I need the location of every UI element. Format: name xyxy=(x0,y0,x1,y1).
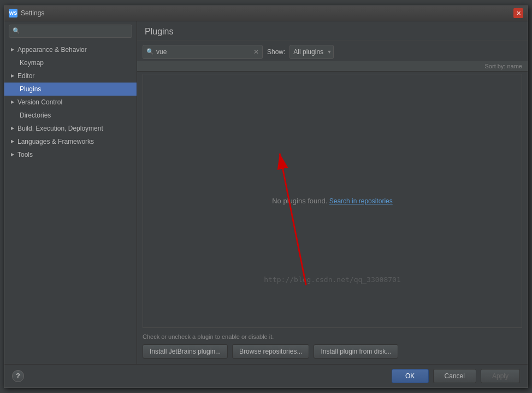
sidebar-search-box[interactable]: 🔍 xyxy=(9,25,132,38)
sidebar: 🔍 ▶ Appearance & Behavior Keymap ▶ Edito… xyxy=(4,21,137,364)
sidebar-item-editor[interactable]: ▶ Editor xyxy=(4,69,137,83)
sidebar-item-label: Editor xyxy=(17,72,34,80)
sidebar-nav: ▶ Appearance & Behavior Keymap ▶ Editor … xyxy=(4,41,137,364)
sidebar-item-keymap[interactable]: Keymap xyxy=(4,56,137,69)
show-dropdown-wrapper: All plugins Enabled Disabled Bundled Cus… xyxy=(289,45,334,59)
sidebar-item-languages[interactable]: ▶ Languages & Frameworks xyxy=(4,135,137,148)
help-button[interactable]: ? xyxy=(12,370,24,382)
search-icon: 🔍 xyxy=(13,27,20,34)
sidebar-item-directories[interactable]: Directories xyxy=(4,109,137,122)
sort-bar: Sort by: name xyxy=(137,61,528,72)
sidebar-item-label: Version Control xyxy=(17,98,62,106)
sidebar-search-input[interactable] xyxy=(22,27,128,35)
sidebar-item-tools[interactable]: ▶ Tools xyxy=(4,148,137,161)
search-in-repositories-link[interactable]: Search in repositories xyxy=(329,197,393,205)
plugin-footer-text: Check or uncheck a plugin to enable or d… xyxy=(137,330,528,342)
expand-arrow-icon: ▶ xyxy=(11,126,14,131)
sidebar-item-label: Appearance & Behavior xyxy=(17,46,87,54)
plugin-footer-buttons: Install JetBrains plugin... Browse repos… xyxy=(137,342,528,364)
sidebar-item-label: Tools xyxy=(17,151,33,159)
settings-dialog: WS Settings ✕ 🔍 ▶ Appearance & Behavior … xyxy=(4,5,528,388)
panel-title: Plugins xyxy=(137,21,528,40)
bottom-bar: ? OK Cancel Apply xyxy=(4,364,528,388)
main-panel: Plugins 🔍 ✕ Show: All plugins Enabled Di… xyxy=(137,21,528,364)
expand-arrow-icon: ▶ xyxy=(11,99,14,104)
expand-arrow-icon: ▶ xyxy=(11,73,14,78)
search-clear-icon[interactable]: ✕ xyxy=(253,48,259,56)
expand-arrow-icon: ▶ xyxy=(11,152,14,157)
plugin-list-area: No plugins found. Search in repositories… xyxy=(143,74,522,328)
expand-arrow-icon: ▶ xyxy=(11,139,14,144)
no-plugins-message: No plugins found. Search in repositories xyxy=(272,197,393,205)
svg-line-1 xyxy=(280,153,306,285)
show-label: Show: xyxy=(267,48,285,56)
no-plugins-text: No plugins found. xyxy=(272,197,327,205)
plugin-toolbar: 🔍 ✕ Show: All plugins Enabled Disabled B… xyxy=(137,40,528,61)
close-button[interactable]: ✕ xyxy=(513,8,523,18)
sidebar-item-label: Build, Execution, Deployment xyxy=(17,125,103,132)
sidebar-item-plugins[interactable]: Plugins xyxy=(4,83,137,96)
sidebar-item-version-control[interactable]: ▶ Version Control xyxy=(4,96,137,109)
plugin-search-icon: 🔍 xyxy=(146,48,154,55)
plugin-search-input[interactable] xyxy=(156,48,253,56)
sidebar-item-label: Directories xyxy=(20,112,51,119)
ok-button[interactable]: OK xyxy=(392,369,429,383)
sort-label: Sort by: name xyxy=(485,63,522,69)
sidebar-item-label: Plugins xyxy=(20,85,41,93)
show-dropdown[interactable]: All plugins Enabled Disabled Bundled Cus… xyxy=(289,45,334,59)
plugin-search-box[interactable]: 🔍 ✕ xyxy=(143,45,263,59)
content-area: 🔍 ▶ Appearance & Behavior Keymap ▶ Edito… xyxy=(4,21,528,364)
install-jetbrains-button[interactable]: Install JetBrains plugin... xyxy=(143,344,228,359)
sidebar-item-appearance[interactable]: ▶ Appearance & Behavior xyxy=(4,43,137,56)
window-title: Settings xyxy=(21,9,513,17)
install-from-disk-button[interactable]: Install plugin from disk... xyxy=(314,344,398,359)
browse-repositories-button[interactable]: Browse repositories... xyxy=(232,344,309,359)
apply-button[interactable]: Apply xyxy=(481,369,520,383)
app-icon: WS xyxy=(9,9,17,17)
bottom-actions: OK Cancel Apply xyxy=(392,369,520,383)
sidebar-item-build[interactable]: ▶ Build, Execution, Deployment xyxy=(4,122,137,135)
expand-arrow-icon: ▶ xyxy=(11,47,14,52)
sidebar-item-label: Languages & Frameworks xyxy=(17,138,94,145)
cancel-button[interactable]: Cancel xyxy=(433,369,476,383)
sidebar-item-label: Keymap xyxy=(20,59,44,67)
watermark-text: http://blog.csdn.net/qq_33008701 xyxy=(264,275,400,284)
title-bar: WS Settings ✕ xyxy=(4,6,528,21)
